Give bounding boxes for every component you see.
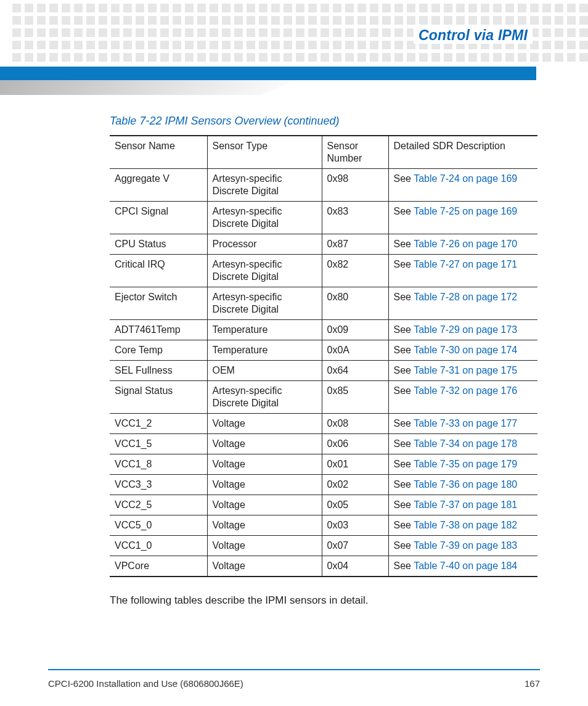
cell-sensor-number: 0x87	[322, 234, 388, 255]
cell-sensor-number: 0x85	[322, 381, 388, 414]
sdr-cross-reference-link[interactable]: Table 7-25 on page 169	[414, 206, 517, 216]
cell-sensor-number: 0x07	[322, 536, 388, 556]
cell-sensor-number: 0x02	[322, 475, 388, 495]
cell-sensor-number: 0x04	[322, 556, 388, 577]
cell-detailed-sdr: See Table 7-31 on page 175	[388, 361, 537, 381]
sdr-cross-reference-link[interactable]: Table 7-24 on page 169	[414, 173, 517, 184]
cell-sensor-type: Voltage	[207, 495, 322, 515]
see-prefix: See	[394, 292, 414, 302]
cell-detailed-sdr: See Table 7-38 on page 182	[388, 515, 537, 536]
table-caption: Table 7-22 IPMI Sensors Overview (contin…	[110, 115, 537, 128]
cell-detailed-sdr: See Table 7-30 on page 174	[388, 340, 537, 361]
see-prefix: See	[394, 324, 414, 335]
sdr-cross-reference-link[interactable]: Table 7-39 on page 183	[414, 540, 517, 551]
table-row: VCC1_5Voltage0x06See Table 7-34 on page …	[110, 434, 537, 454]
cell-sensor-number: 0x06	[322, 434, 388, 454]
cell-sensor-type: Processor	[207, 234, 322, 255]
cell-sensor-number: 0x64	[322, 361, 388, 381]
cell-sensor-type: Voltage	[207, 475, 322, 495]
table-row: SEL FullnessOEM0x64See Table 7-31 on pag…	[110, 361, 537, 381]
sdr-cross-reference-link[interactable]: Table 7-29 on page 173	[414, 324, 517, 335]
sdr-cross-reference-link[interactable]: Table 7-28 on page 172	[414, 292, 517, 302]
table-row: VCC1_2Voltage0x08See Table 7-33 on page …	[110, 414, 537, 434]
cell-sensor-type: Artesyn-specific Discrete Digital	[207, 255, 322, 287]
cell-detailed-sdr: See Table 7-40 on page 184	[388, 556, 537, 577]
cell-sensor-type: Artesyn-specific Discrete Digital	[207, 381, 322, 414]
cell-sensor-name: VCC1_2	[110, 414, 207, 434]
see-prefix: See	[394, 259, 414, 269]
see-prefix: See	[394, 418, 414, 429]
see-prefix: See	[394, 239, 414, 249]
cell-sensor-number: 0x09	[322, 320, 388, 340]
cell-sensor-type: OEM	[207, 361, 322, 381]
sdr-cross-reference-link[interactable]: Table 7-31 on page 175	[414, 365, 517, 376]
sdr-cross-reference-link[interactable]: Table 7-27 on page 171	[414, 259, 517, 269]
table-row: Signal StatusArtesyn-specific Discrete D…	[110, 381, 537, 414]
sdr-cross-reference-link[interactable]: Table 7-26 on page 170	[414, 239, 517, 249]
table-row: VCC5_0Voltage0x03See Table 7-38 on page …	[110, 515, 537, 536]
cell-sensor-name: Aggregate V	[110, 169, 207, 202]
cell-sensor-type: Artesyn-specific Discrete Digital	[207, 202, 322, 234]
cell-detailed-sdr: See Table 7-24 on page 169	[388, 169, 537, 202]
cell-sensor-type: Voltage	[207, 536, 322, 556]
table-row: Aggregate VArtesyn-specific Discrete Dig…	[110, 169, 537, 202]
ipmi-sensors-table: Sensor Name Sensor Type Sensor Number De…	[110, 135, 537, 577]
footer-page-number: 167	[525, 678, 540, 689]
cell-sensor-type: Voltage	[207, 414, 322, 434]
cell-sensor-name: VPCore	[110, 556, 207, 577]
sdr-cross-reference-link[interactable]: Table 7-40 on page 184	[414, 560, 517, 571]
table-row: ADT7461TempTemperature0x09See Table 7-29…	[110, 320, 537, 340]
sdr-cross-reference-link[interactable]: Table 7-33 on page 177	[414, 418, 517, 429]
col-sensor-type: Sensor Type	[207, 136, 322, 169]
cell-sensor-number: 0x05	[322, 495, 388, 515]
cell-sensor-name: SEL Fullness	[110, 361, 207, 381]
sdr-cross-reference-link[interactable]: Table 7-36 on page 180	[414, 479, 517, 490]
table-row: VCC1_8Voltage0x01See Table 7-35 on page …	[110, 454, 537, 475]
see-prefix: See	[394, 438, 414, 449]
sdr-cross-reference-link[interactable]: Table 7-32 on page 176	[414, 385, 517, 396]
see-prefix: See	[394, 206, 414, 216]
sdr-cross-reference-link[interactable]: Table 7-37 on page 181	[414, 499, 517, 510]
col-sensor-name: Sensor Name	[110, 136, 207, 169]
see-prefix: See	[394, 345, 414, 355]
cell-sensor-type: Voltage	[207, 515, 322, 536]
cell-detailed-sdr: See Table 7-39 on page 183	[388, 536, 537, 556]
cell-sensor-type: Voltage	[207, 454, 322, 475]
cell-detailed-sdr: See Table 7-36 on page 180	[388, 475, 537, 495]
cell-sensor-name: VCC5_0	[110, 515, 207, 536]
cell-sensor-name: CPCI Signal	[110, 202, 207, 234]
body-paragraph: The following tables describe the IPMI s…	[110, 594, 537, 607]
cell-detailed-sdr: See Table 7-33 on page 177	[388, 414, 537, 434]
cell-sensor-name: VCC2_5	[110, 495, 207, 515]
cell-sensor-number: 0x98	[322, 169, 388, 202]
cell-sensor-type: Voltage	[207, 556, 322, 577]
see-prefix: See	[394, 173, 414, 184]
cell-detailed-sdr: See Table 7-32 on page 176	[388, 381, 537, 414]
cell-detailed-sdr: See Table 7-35 on page 179	[388, 454, 537, 475]
cell-detailed-sdr: See Table 7-37 on page 181	[388, 495, 537, 515]
cell-sensor-type: Artesyn-specific Discrete Digital	[207, 287, 322, 320]
table-row: Core TempTemperature0x0ASee Table 7-30 o…	[110, 340, 537, 361]
sdr-cross-reference-link[interactable]: Table 7-38 on page 182	[414, 520, 517, 530]
sdr-cross-reference-link[interactable]: Table 7-34 on page 178	[414, 438, 517, 449]
sdr-cross-reference-link[interactable]: Table 7-35 on page 179	[414, 459, 517, 469]
cell-sensor-name: Signal Status	[110, 381, 207, 414]
table-row: VCC1_0Voltage0x07See Table 7-39 on page …	[110, 536, 537, 556]
cell-sensor-number: 0x0A	[322, 340, 388, 361]
cell-sensor-name: Core Temp	[110, 340, 207, 361]
table-row: VPCoreVoltage0x04See Table 7-40 on page …	[110, 556, 537, 577]
sdr-cross-reference-link[interactable]: Table 7-30 on page 174	[414, 345, 517, 355]
table-row: Critical IRQArtesyn-specific Discrete Di…	[110, 255, 537, 287]
table-row: CPU StatusProcessor0x87See Table 7-26 on…	[110, 234, 537, 255]
see-prefix: See	[394, 479, 414, 490]
see-prefix: See	[394, 540, 414, 551]
cell-detailed-sdr: See Table 7-26 on page 170	[388, 234, 537, 255]
see-prefix: See	[394, 520, 414, 530]
see-prefix: See	[394, 560, 414, 571]
cell-sensor-name: VCC3_3	[110, 475, 207, 495]
footer-doc-title: CPCI-6200 Installation and Use (6806800J…	[48, 678, 243, 689]
cell-sensor-name: VCC1_5	[110, 434, 207, 454]
col-detailed-sdr: Detailed SDR Description	[388, 136, 537, 169]
cell-detailed-sdr: See Table 7-29 on page 173	[388, 320, 537, 340]
see-prefix: See	[394, 499, 414, 510]
